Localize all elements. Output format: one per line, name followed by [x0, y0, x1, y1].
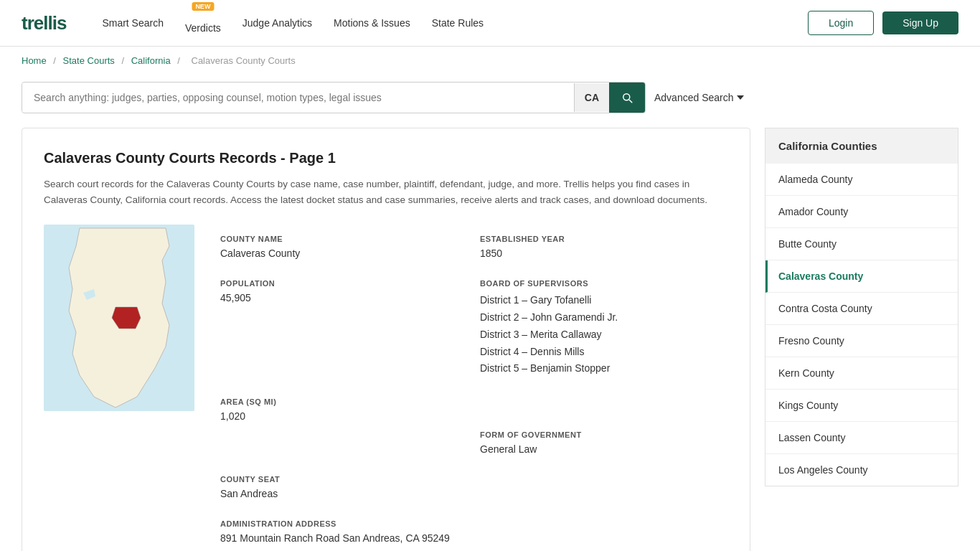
address-label: ADMINISTRATION ADDRESS [220, 519, 717, 528]
population-block: POPULATION 45,905 [209, 269, 468, 387]
sidebar-county-item[interactable]: Alameda County [765, 164, 958, 196]
search-icon [621, 91, 633, 104]
nav-auth: Login Sign Up [808, 11, 958, 35]
nav-state-rules[interactable]: State Rules [432, 17, 484, 29]
area-block: AREA (SQ MI) 1,020 [209, 387, 468, 465]
nav-motions-issues[interactable]: Motions & Issues [334, 17, 410, 29]
county-name-block: COUNTY NAME Calaveras County [209, 225, 468, 269]
chevron-down-icon [737, 95, 744, 100]
address-value: 891 Mountain Ranch Road San Andreas, CA … [220, 532, 717, 544]
sidebar-county-item[interactable]: Kings County [765, 390, 958, 422]
area-label: AREA (SQ MI) [220, 397, 457, 406]
established-value: 1850 [480, 248, 717, 259]
breadcrumb-state-courts[interactable]: State Courts [63, 55, 115, 66]
sidebar: California Counties Alameda CountyAmador… [765, 128, 958, 551]
new-badge: NEW [192, 2, 214, 11]
county-details: COUNTY NAME Calaveras County ESTABLISHED… [209, 225, 728, 551]
nav-verdicts[interactable]: NEW Verdicts [185, 12, 221, 34]
sidebar-county-item[interactable]: Fresno County [765, 325, 958, 357]
sidebar-county-item[interactable]: Los Angeles County [765, 454, 958, 486]
seat-block: COUNTY SEAT San Andreas [209, 465, 468, 509]
population-value: 45,905 [220, 292, 457, 303]
sidebar-county-item[interactable]: Lassen County [765, 422, 958, 454]
county-name-value: Calaveras County [220, 248, 457, 259]
board-member: District 1 – Gary Tofanelli [480, 292, 717, 309]
area-value: 1,020 [220, 410, 457, 422]
county-name-label: COUNTY NAME [220, 235, 457, 243]
gov-value: General Law [480, 443, 717, 455]
established-block: ESTABLISHED YEAR 1850 [468, 225, 728, 269]
search-wrapper: CA [22, 82, 646, 113]
signup-button[interactable]: Sign Up [882, 11, 958, 34]
search-state-code: CA [574, 83, 609, 112]
page-title: Calaveras County Courts Records - Page 1 [44, 150, 728, 166]
established-label: ESTABLISHED YEAR [480, 235, 717, 243]
navbar: trellis Smart Search NEW Verdicts Judge … [0, 0, 980, 47]
board-member: District 5 – Benjamin Stopper [480, 360, 717, 377]
board-member: District 2 – John Garamendi Jr. [480, 309, 717, 326]
gov-label: FORM OF GOVERNMENT [480, 430, 717, 439]
search-input[interactable] [22, 83, 574, 112]
county-info: COUNTY NAME Calaveras County ESTABLISHED… [44, 225, 728, 551]
search-section: CA Advanced Search [0, 75, 980, 128]
nav-judge-analytics[interactable]: Judge Analytics [242, 17, 312, 29]
nav-links: Smart Search NEW Verdicts Judge Analytic… [102, 12, 808, 34]
sidebar-county-item[interactable]: Calaveras County [765, 260, 958, 293]
breadcrumb-current: Calaveras County Courts [192, 55, 296, 66]
board-member: District 3 – Merita Callaway [480, 326, 717, 344]
content-panel: Calaveras County Courts Records - Page 1… [22, 128, 750, 551]
site-logo[interactable]: trellis [22, 12, 66, 34]
seat-value: San Andreas [220, 488, 457, 499]
main-layout: Calaveras County Courts Records - Page 1… [0, 128, 980, 551]
login-button[interactable]: Login [808, 11, 874, 35]
gov-block: FORM OF GOVERNMENT General Law [468, 387, 728, 465]
nav-smart-search[interactable]: Smart Search [102, 17, 164, 29]
board-members: District 1 – Gary TofanelliDistrict 2 – … [480, 292, 717, 377]
board-block: BOARD OF SUPERVISORS District 1 – Gary T… [468, 269, 728, 387]
advanced-search-toggle[interactable]: Advanced Search [654, 92, 744, 103]
address-block: ADMINISTRATION ADDRESS 891 Mountain Ranc… [209, 509, 728, 551]
breadcrumb-home[interactable]: Home [22, 55, 47, 66]
county-map [44, 225, 194, 551]
sidebar-county-item[interactable]: Kern County [765, 357, 958, 390]
sidebar-header: California Counties [765, 128, 958, 164]
sidebar-county-item[interactable]: Contra Costa County [765, 293, 958, 325]
board-label: BOARD OF SUPERVISORS [480, 279, 717, 288]
sidebar-county-item[interactable]: Butte County [765, 228, 958, 260]
search-button[interactable] [609, 83, 645, 113]
population-label: POPULATION [220, 279, 457, 288]
breadcrumb-california[interactable]: California [131, 55, 171, 66]
board-member: District 4 – Dennis Mills [480, 344, 717, 361]
sidebar-list: Alameda CountyAmador CountyButte CountyC… [765, 164, 958, 486]
seat-label: COUNTY SEAT [220, 475, 457, 484]
breadcrumb: Home / State Courts / California / Calav… [0, 47, 980, 75]
page-description: Search court records for the Calaveras C… [44, 176, 728, 207]
sidebar-county-item[interactable]: Amador County [765, 196, 958, 228]
